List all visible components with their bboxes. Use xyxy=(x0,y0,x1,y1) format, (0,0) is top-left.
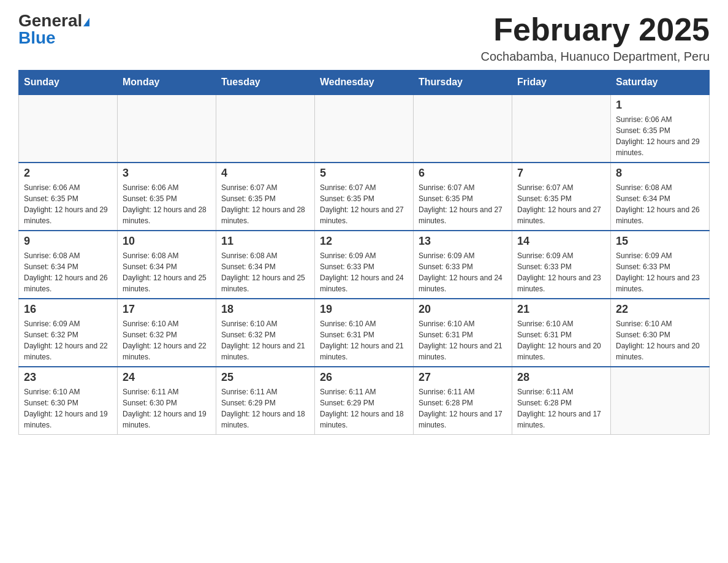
day-info: Sunrise: 6:09 AMSunset: 6:33 PMDaylight:… xyxy=(320,250,408,294)
day-info: Sunrise: 6:06 AMSunset: 6:35 PMDaylight:… xyxy=(616,114,704,158)
table-row: 6Sunrise: 6:07 AMSunset: 6:35 PMDaylight… xyxy=(414,163,512,231)
day-info: Sunrise: 6:11 AMSunset: 6:29 PMDaylight:… xyxy=(320,386,408,431)
day-info: Sunrise: 6:10 AMSunset: 6:32 PMDaylight:… xyxy=(221,318,309,362)
day-info: Sunrise: 6:10 AMSunset: 6:30 PMDaylight:… xyxy=(616,318,704,362)
table-row: 12Sunrise: 6:09 AMSunset: 6:33 PMDayligh… xyxy=(315,231,414,299)
day-info: Sunrise: 6:11 AMSunset: 6:29 PMDaylight:… xyxy=(221,386,309,431)
table-row: 11Sunrise: 6:08 AMSunset: 6:34 PMDayligh… xyxy=(216,231,315,299)
day-number: 12 xyxy=(320,235,408,248)
day-info: Sunrise: 6:08 AMSunset: 6:34 PMDaylight:… xyxy=(616,182,704,226)
day-number: 2 xyxy=(24,167,112,180)
table-row xyxy=(512,94,611,163)
table-row xyxy=(216,94,315,163)
day-info: Sunrise: 6:10 AMSunset: 6:31 PMDaylight:… xyxy=(320,318,408,362)
table-row: 24Sunrise: 6:11 AMSunset: 6:30 PMDayligh… xyxy=(118,367,216,435)
table-row: 5Sunrise: 6:07 AMSunset: 6:35 PMDaylight… xyxy=(315,163,414,231)
week-row-2: 2Sunrise: 6:06 AMSunset: 6:35 PMDaylight… xyxy=(19,163,710,231)
logo-arrow-icon xyxy=(83,18,89,26)
table-row: 22Sunrise: 6:10 AMSunset: 6:30 PMDayligh… xyxy=(611,299,710,367)
day-info: Sunrise: 6:11 AMSunset: 6:28 PMDaylight:… xyxy=(517,386,605,431)
weekday-header-row: Sunday Monday Tuesday Wednesday Thursday… xyxy=(19,71,710,95)
day-info: Sunrise: 6:08 AMSunset: 6:34 PMDaylight:… xyxy=(221,250,309,294)
table-row: 1Sunrise: 6:06 AMSunset: 6:35 PMDaylight… xyxy=(611,94,710,163)
day-info: Sunrise: 6:07 AMSunset: 6:35 PMDaylight:… xyxy=(221,182,309,226)
day-number: 24 xyxy=(123,371,211,384)
table-row: 7Sunrise: 6:07 AMSunset: 6:35 PMDaylight… xyxy=(512,163,611,231)
day-info: Sunrise: 6:11 AMSunset: 6:30 PMDaylight:… xyxy=(123,386,211,431)
logo-blue-text: Blue xyxy=(18,28,56,47)
table-row xyxy=(315,94,414,163)
day-number: 19 xyxy=(320,303,408,316)
day-number: 7 xyxy=(517,167,605,180)
table-row: 27Sunrise: 6:11 AMSunset: 6:28 PMDayligh… xyxy=(414,367,512,435)
table-row: 8Sunrise: 6:08 AMSunset: 6:34 PMDaylight… xyxy=(611,163,710,231)
day-info: Sunrise: 6:06 AMSunset: 6:35 PMDaylight:… xyxy=(123,182,211,226)
week-row-4: 16Sunrise: 6:09 AMSunset: 6:32 PMDayligh… xyxy=(19,299,710,367)
logo: General Blue xyxy=(18,12,89,47)
table-row: 9Sunrise: 6:08 AMSunset: 6:34 PMDaylight… xyxy=(19,231,118,299)
table-row: 19Sunrise: 6:10 AMSunset: 6:31 PMDayligh… xyxy=(315,299,414,367)
day-info: Sunrise: 6:07 AMSunset: 6:35 PMDaylight:… xyxy=(419,182,507,226)
title-section: February 2025 Cochabamba, Huanuco Depart… xyxy=(480,12,710,64)
day-info: Sunrise: 6:06 AMSunset: 6:35 PMDaylight:… xyxy=(24,182,112,226)
day-info: Sunrise: 6:11 AMSunset: 6:28 PMDaylight:… xyxy=(419,386,507,431)
header-saturday: Saturday xyxy=(611,71,710,95)
day-number: 15 xyxy=(616,235,704,248)
day-number: 25 xyxy=(221,371,309,384)
day-info: Sunrise: 6:10 AMSunset: 6:32 PMDaylight:… xyxy=(123,318,211,362)
day-info: Sunrise: 6:10 AMSunset: 6:31 PMDaylight:… xyxy=(419,318,507,362)
day-info: Sunrise: 6:09 AMSunset: 6:33 PMDaylight:… xyxy=(616,250,704,294)
day-number: 1 xyxy=(616,99,704,112)
day-number: 20 xyxy=(419,303,507,316)
table-row: 14Sunrise: 6:09 AMSunset: 6:33 PMDayligh… xyxy=(512,231,611,299)
day-info: Sunrise: 6:07 AMSunset: 6:35 PMDaylight:… xyxy=(517,182,605,226)
table-row xyxy=(414,94,512,163)
day-info: Sunrise: 6:08 AMSunset: 6:34 PMDaylight:… xyxy=(123,250,211,294)
header-sunday: Sunday xyxy=(19,71,118,95)
header-friday: Friday xyxy=(512,71,611,95)
header-thursday: Thursday xyxy=(414,71,512,95)
day-number: 10 xyxy=(123,235,211,248)
day-info: Sunrise: 6:10 AMSunset: 6:30 PMDaylight:… xyxy=(24,386,112,431)
week-row-1: 1Sunrise: 6:06 AMSunset: 6:35 PMDaylight… xyxy=(19,94,710,163)
logo-general-text: General xyxy=(18,11,82,30)
day-number: 14 xyxy=(517,235,605,248)
table-row: 26Sunrise: 6:11 AMSunset: 6:29 PMDayligh… xyxy=(315,367,414,435)
table-row: 28Sunrise: 6:11 AMSunset: 6:28 PMDayligh… xyxy=(512,367,611,435)
header-monday: Monday xyxy=(118,71,216,95)
day-number: 3 xyxy=(123,167,211,180)
calendar-subtitle: Cochabamba, Huanuco Department, Peru xyxy=(480,50,710,64)
table-row: 21Sunrise: 6:10 AMSunset: 6:31 PMDayligh… xyxy=(512,299,611,367)
day-number: 27 xyxy=(419,371,507,384)
table-row xyxy=(118,94,216,163)
day-number: 4 xyxy=(221,167,309,180)
table-row: 16Sunrise: 6:09 AMSunset: 6:32 PMDayligh… xyxy=(19,299,118,367)
day-number: 6 xyxy=(419,167,507,180)
table-row: 15Sunrise: 6:09 AMSunset: 6:33 PMDayligh… xyxy=(611,231,710,299)
week-row-5: 23Sunrise: 6:10 AMSunset: 6:30 PMDayligh… xyxy=(19,367,710,435)
day-number: 16 xyxy=(24,303,112,316)
table-row: 4Sunrise: 6:07 AMSunset: 6:35 PMDaylight… xyxy=(216,163,315,231)
day-number: 5 xyxy=(320,167,408,180)
logo-blue-row: Blue xyxy=(18,29,56,47)
day-info: Sunrise: 6:09 AMSunset: 6:33 PMDaylight:… xyxy=(517,250,605,294)
day-number: 21 xyxy=(517,303,605,316)
day-number: 22 xyxy=(616,303,704,316)
day-number: 11 xyxy=(221,235,309,248)
day-number: 23 xyxy=(24,371,112,384)
table-row: 25Sunrise: 6:11 AMSunset: 6:29 PMDayligh… xyxy=(216,367,315,435)
day-number: 18 xyxy=(221,303,309,316)
logo-general-row: General xyxy=(18,12,89,29)
table-row: 10Sunrise: 6:08 AMSunset: 6:34 PMDayligh… xyxy=(118,231,216,299)
day-number: 28 xyxy=(517,371,605,384)
table-row: 20Sunrise: 6:10 AMSunset: 6:31 PMDayligh… xyxy=(414,299,512,367)
header-tuesday: Tuesday xyxy=(216,71,315,95)
day-info: Sunrise: 6:09 AMSunset: 6:33 PMDaylight:… xyxy=(419,250,507,294)
table-row: 17Sunrise: 6:10 AMSunset: 6:32 PMDayligh… xyxy=(118,299,216,367)
day-info: Sunrise: 6:08 AMSunset: 6:34 PMDaylight:… xyxy=(24,250,112,294)
table-row: 3Sunrise: 6:06 AMSunset: 6:35 PMDaylight… xyxy=(118,163,216,231)
day-number: 9 xyxy=(24,235,112,248)
table-row: 18Sunrise: 6:10 AMSunset: 6:32 PMDayligh… xyxy=(216,299,315,367)
table-row xyxy=(19,94,118,163)
table-row: 23Sunrise: 6:10 AMSunset: 6:30 PMDayligh… xyxy=(19,367,118,435)
